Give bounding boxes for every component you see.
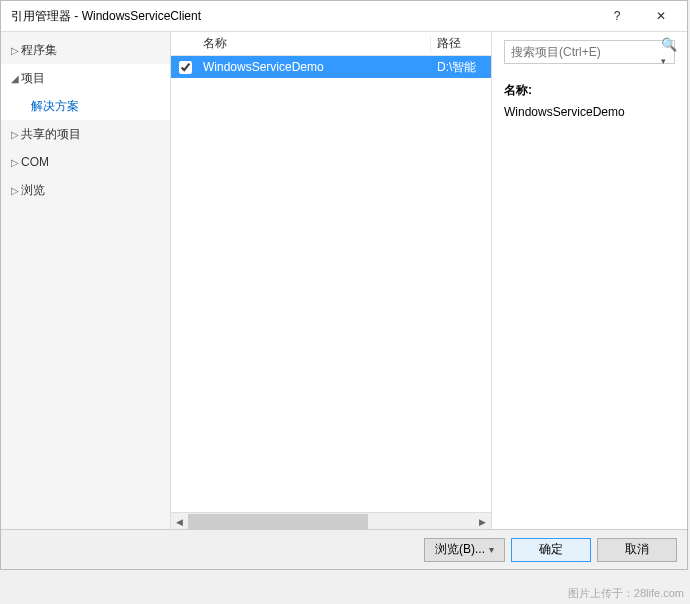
sidebar-item-label: 共享的项目 [21,126,81,143]
window-title: 引用管理器 - WindowsServiceClient [11,8,595,25]
dialog-content: ▷ 程序集 ◢ 项目 解决方案 ▷ 共享的项目 ▷ COM ▷ 浏览 [1,31,687,529]
chevron-right-icon: ▷ [11,129,21,140]
chevron-right-icon: ▷ [11,185,21,196]
scroll-thumb[interactable] [188,514,368,529]
watermark: 图片上传于：28life.com [568,586,684,601]
list-header: 名称 路径 [171,32,491,56]
column-header-name[interactable]: 名称 [199,35,431,52]
sidebar-item-label: 程序集 [21,42,57,59]
help-button[interactable]: ? [595,2,639,30]
close-button[interactable]: ✕ [639,2,683,30]
button-label: 浏览(B)... [435,541,485,558]
search-icon[interactable]: 🔍▾ [661,37,677,67]
titlebar-controls: ? ✕ [595,2,683,30]
scroll-right-icon[interactable]: ▶ [474,513,491,530]
sidebar-item-label: COM [21,155,49,169]
row-checkbox[interactable] [179,61,192,74]
sidebar: ▷ 程序集 ◢ 项目 解决方案 ▷ 共享的项目 ▷ COM ▷ 浏览 [1,32,171,529]
dialog-window: 引用管理器 - WindowsServiceClient ? ✕ ▷ 程序集 ◢… [0,0,688,570]
horizontal-scrollbar[interactable]: ◀ ▶ [171,512,491,529]
sidebar-item-label: 项目 [21,70,45,87]
sidebar-item-label: 浏览 [21,182,45,199]
button-label: 确定 [539,541,563,558]
chevron-right-icon: ▷ [11,157,21,168]
row-path: D:\智能 [431,59,491,76]
browse-button[interactable]: 浏览(B)... [424,538,505,562]
titlebar: 引用管理器 - WindowsServiceClient ? ✕ [1,1,687,31]
sidebar-item-browse[interactable]: ▷ 浏览 [1,176,170,204]
row-checkbox-cell [171,61,199,74]
detail-panel: 🔍▾ 名称: WindowsServiceDemo [492,32,687,529]
dialog-footer: 浏览(B)... 确定 取消 [1,529,687,569]
center-panel: 名称 路径 WindowsServiceDemo D:\智能 ◀ ▶ [171,32,492,529]
sidebar-subitem-solution[interactable]: 解决方案 [1,92,170,120]
sidebar-item-assemblies[interactable]: ▷ 程序集 [1,36,170,64]
cancel-button[interactable]: 取消 [597,538,677,562]
column-header-path[interactable]: 路径 [431,35,491,52]
sidebar-item-com[interactable]: ▷ COM [1,148,170,176]
detail-value: WindowsServiceDemo [504,105,675,119]
sidebar-item-projects[interactable]: ◢ 项目 [1,64,170,92]
chevron-down-icon: ◢ [11,73,21,84]
list-body: WindowsServiceDemo D:\智能 [171,56,491,512]
row-name: WindowsServiceDemo [199,60,431,74]
close-icon: ✕ [656,9,666,23]
button-label: 取消 [625,541,649,558]
scroll-left-icon[interactable]: ◀ [171,513,188,530]
sidebar-item-shared[interactable]: ▷ 共享的项目 [1,120,170,148]
ok-button[interactable]: 确定 [511,538,591,562]
search-box[interactable]: 🔍▾ [504,40,675,64]
chevron-right-icon: ▷ [11,45,21,56]
sidebar-item-label: 解决方案 [31,98,79,115]
list-row[interactable]: WindowsServiceDemo D:\智能 [171,56,491,78]
detail-label: 名称: [504,82,675,99]
search-input[interactable] [511,45,661,59]
